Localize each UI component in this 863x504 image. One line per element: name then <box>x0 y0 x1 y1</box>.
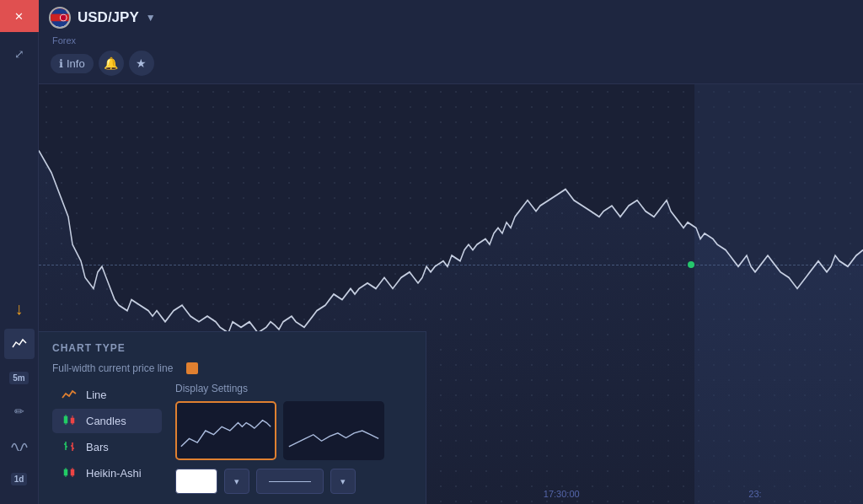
pencil-button[interactable]: ✏ <box>4 396 35 426</box>
heikin-ashi-type-icon <box>61 466 78 480</box>
time-label-4: 23: <box>748 489 761 499</box>
svg-rect-21 <box>71 469 74 475</box>
currency-dropdown-arrow[interactable]: ▼ <box>146 12 156 24</box>
line-dropdown-arrow[interactable]: ▾ <box>330 469 356 494</box>
chart-type-line[interactable]: Line <box>52 383 162 407</box>
currency-flag <box>49 7 71 29</box>
line-style-picker[interactable] <box>256 469 324 494</box>
line-type-icon <box>61 388 78 402</box>
heikin-ashi-type-label: Heikin-Ashi <box>86 467 142 480</box>
time-label-3: 17:30:00 <box>544 489 580 499</box>
svg-rect-9 <box>71 418 74 423</box>
bars-type-label: Bars <box>86 441 109 453</box>
dropdown-arrow-icon: ▾ <box>234 476 239 487</box>
chart-type-button[interactable] <box>4 329 35 359</box>
star-button[interactable]: ★ <box>129 51 154 76</box>
line-preview <box>269 481 311 482</box>
info-label: Info <box>67 57 85 70</box>
display-settings-label: Display Settings <box>175 383 412 394</box>
header-top-row: USD/JPY ▼ <box>49 7 853 29</box>
expand-icon: ⤢ <box>14 47 24 61</box>
chart-type-list: Line Candles <box>52 383 162 494</box>
wave-icon <box>11 439 28 451</box>
bell-button[interactable]: 🔔 <box>99 51 124 76</box>
1d-button[interactable]: 1d <box>4 464 35 494</box>
line-dropdown-icon: ▾ <box>340 476 346 487</box>
bars-type-icon <box>61 440 78 454</box>
candles-type-label: Candles <box>86 415 126 427</box>
bell-icon: 🔔 <box>104 56 118 70</box>
line-chart-icon <box>11 335 28 352</box>
line-type-label: Line <box>86 389 107 401</box>
panel-title: CHART TYPE <box>52 342 412 354</box>
svg-rect-6 <box>64 416 67 423</box>
display-settings-previews <box>175 401 412 460</box>
full-width-label: Full-width current price line <box>52 362 173 374</box>
star-icon: ★ <box>136 56 147 70</box>
header: USD/JPY ▼ Forex ℹ Info 🔔 ★ <box>39 0 863 84</box>
bottom-controls: ▾ ▾ <box>175 469 412 494</box>
close-icon: ✕ <box>14 10 24 23</box>
chart-type-bars[interactable]: Bars <box>52 435 162 459</box>
chart-area: 21 Feb 11:30:00 17:30:00 23: CHART TYPE … <box>39 84 863 504</box>
chart-preview-1[interactable] <box>175 401 276 460</box>
1d-label[interactable]: 1d <box>11 473 28 485</box>
svg-rect-18 <box>64 469 67 475</box>
expand-button[interactable]: ⤢ <box>4 39 35 69</box>
category-label: Forex <box>52 35 853 46</box>
display-settings-area: Display Settings <box>175 383 412 494</box>
panel-content: Line Candles <box>52 383 412 494</box>
full-width-toggle[interactable] <box>186 362 198 374</box>
chart-type-candles[interactable]: Candles <box>52 409 162 433</box>
currency-pair-label: USD/JPY <box>78 9 139 26</box>
info-icon: ℹ <box>59 57 63 70</box>
chart-preview-2[interactable] <box>283 401 384 460</box>
candles-type-icon <box>61 414 78 428</box>
chart-type-heikin-ashi[interactable]: Heikin-Ashi <box>52 461 162 485</box>
timeframe-button[interactable]: 5m <box>4 362 35 393</box>
panel-top-row: Full-width current price line <box>52 362 412 374</box>
color-picker[interactable] <box>175 469 217 494</box>
sidebar: ✕ ⤢ ↓ 5m ✏ 1d <box>0 0 39 504</box>
chart-type-panel: CHART TYPE Full-width current price line… <box>39 331 426 504</box>
svg-point-4 <box>61 15 67 21</box>
wave-button[interactable] <box>4 430 35 460</box>
color-dropdown-arrow[interactable]: ▾ <box>224 469 249 494</box>
pencil-icon: ✏ <box>14 405 24 418</box>
info-button[interactable]: ℹ Info <box>51 54 94 73</box>
header-actions: ℹ Info 🔔 ★ <box>51 51 853 76</box>
close-button[interactable]: ✕ <box>0 0 39 32</box>
timeframe-label[interactable]: 5m <box>9 372 28 384</box>
arrow-down-icon: ↓ <box>15 299 24 319</box>
